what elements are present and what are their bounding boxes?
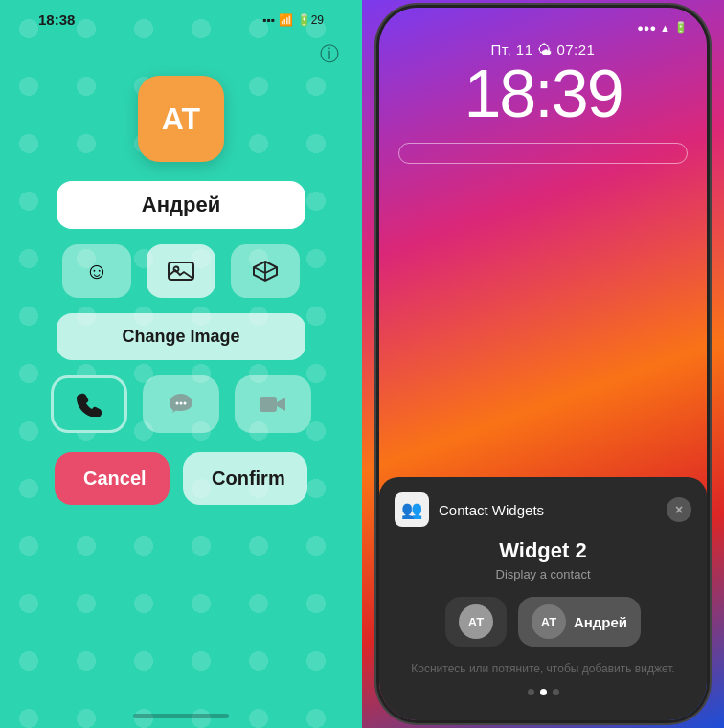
change-image-button[interactable]: Change Image — [57, 313, 305, 360]
sheet-app-icon: 👥 — [395, 492, 429, 527]
message-icon — [168, 392, 194, 417]
change-image-label: Change Image — [122, 327, 239, 346]
lock-time: 18:39 — [379, 57, 707, 131]
contact-chip-unselected[interactable]: AT — [445, 597, 507, 647]
confirm-label: Confirm — [212, 467, 285, 489]
avatar-initials: AT — [162, 102, 200, 137]
phone-battery-icon: 🔋 — [674, 21, 688, 34]
dot-2-active — [540, 689, 547, 695]
box-style-button[interactable] — [231, 244, 300, 298]
info-icon: ⓘ — [320, 41, 339, 67]
bottom-row: Cancel Confirm — [55, 452, 307, 505]
close-icon: × — [675, 502, 683, 517]
message-button[interactable] — [143, 375, 219, 433]
phone-icon — [77, 392, 102, 417]
cancel-label: Cancel — [83, 467, 147, 489]
sheet-subtitle: Display a contact — [395, 567, 691, 581]
status-bar-left: 18:38 ▪▪▪ 📶 🔋29 — [29, 0, 333, 28]
sheet-header: 👥 Contact Widgets × — [395, 492, 691, 527]
widget-bottom-sheet: 👥 Contact Widgets × Widget 2 Display a c… — [379, 477, 707, 720]
emoji-icon: ☺ — [85, 258, 109, 284]
sheet-close-button[interactable]: × — [667, 497, 691, 522]
phone-wifi-icon: ▲ — [660, 22, 670, 34]
contact-chips: AT AT Андрей — [395, 597, 691, 647]
svg-point-4 — [180, 402, 183, 405]
contact-name-badge: Андрей — [57, 181, 305, 229]
phone-status-bar: ●●● ▲ 🔋 — [379, 8, 707, 37]
contact-name: Андрей — [142, 193, 220, 216]
contact-chip-selected[interactable]: AT Андрей — [518, 597, 641, 647]
photo-style-button[interactable] — [147, 244, 215, 298]
confirm-button[interactable]: Confirm — [183, 452, 307, 505]
lock-date: Пт, 11 🌤 07:21 — [379, 41, 707, 57]
cancel-button[interactable]: Cancel — [55, 452, 170, 505]
add-widget-button[interactable] — [398, 143, 688, 164]
signal-icon: ▪▪▪ — [262, 13, 275, 27]
video-icon — [259, 394, 287, 415]
svg-point-5 — [184, 402, 187, 405]
phone-frame: ●●● ▲ 🔋 Пт, 11 🌤 07:21 18:39 👥 Contact — [379, 8, 707, 720]
emoji-style-button[interactable]: ☺ — [62, 244, 131, 298]
contact-avatar-2: AT — [532, 604, 566, 639]
photo-icon — [168, 260, 194, 283]
info-button[interactable]: ⓘ — [316, 40, 343, 67]
dot-3 — [553, 689, 559, 695]
sheet-hint: Коснитесь или потяните, чтобы добавить в… — [395, 662, 691, 675]
action-row — [51, 375, 311, 433]
sheet-dots — [395, 689, 691, 695]
avatar: AT — [138, 76, 224, 162]
phone-status-icons-right: ●●● ▲ 🔋 — [637, 21, 688, 34]
sheet-title: Widget 2 — [395, 538, 691, 563]
battery-icon: 🔋29 — [297, 13, 324, 27]
box-icon — [252, 259, 279, 284]
right-panel: ●●● ▲ 🔋 Пт, 11 🌤 07:21 18:39 👥 Contact — [362, 0, 724, 728]
home-indicator — [133, 714, 229, 718]
style-icon-row: ☺ — [62, 244, 300, 298]
app-icon-glyph: 👥 — [401, 499, 422, 520]
status-time-left: 18:38 — [38, 11, 75, 28]
svg-point-3 — [176, 402, 179, 405]
phone-signal-icon: ●●● — [637, 22, 656, 34]
phone-inner: ●●● ▲ 🔋 Пт, 11 🌤 07:21 18:39 👥 Contact — [379, 8, 707, 720]
avatar-container: AT — [138, 76, 224, 162]
contact-initials-1: AT — [468, 615, 484, 629]
phone-button[interactable] — [51, 375, 127, 433]
status-icons-left: ▪▪▪ 📶 🔋29 — [262, 13, 324, 27]
svg-rect-6 — [260, 397, 277, 412]
sheet-app-name: Contact Widgets — [439, 502, 657, 518]
dot-1 — [528, 689, 534, 695]
contact-name-chip: Андрей — [574, 614, 627, 630]
left-panel: 18:38 ▪▪▪ 📶 🔋29 ⓘ AT Андрей ☺ — [0, 0, 362, 728]
video-button[interactable] — [235, 375, 311, 433]
contact-avatar-1: AT — [459, 604, 493, 639]
contact-initials-2: AT — [541, 615, 556, 629]
wifi-icon: 📶 — [279, 13, 293, 27]
